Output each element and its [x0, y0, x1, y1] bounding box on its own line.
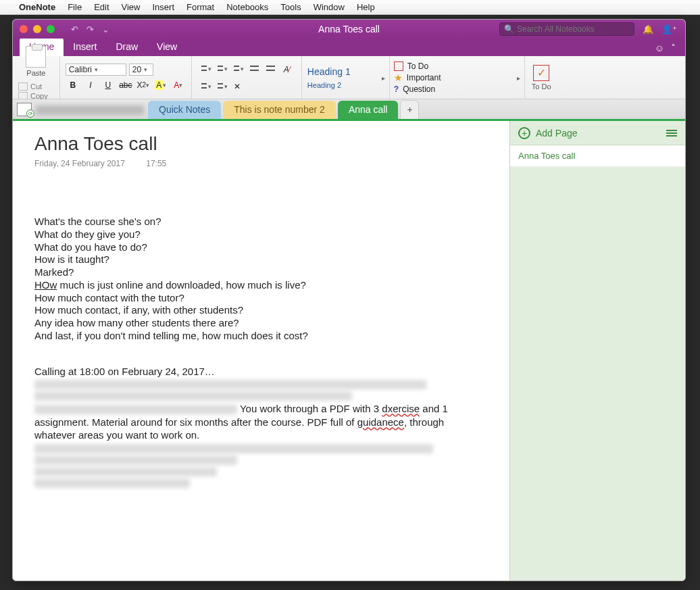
body-line: Any idea how many other students there a… [34, 317, 488, 330]
body-line: What's the course she's on? [34, 216, 488, 228]
tab-view[interactable]: View [147, 38, 186, 56]
add-page-label: Add Page [536, 128, 578, 139]
tab-draw[interactable]: Draw [106, 38, 147, 56]
ribbon-tabs: Home Insert Draw View ☺ ˄ [13, 39, 685, 56]
redo-button[interactable]: ↷ [86, 24, 94, 34]
page-list-view-icon[interactable] [666, 130, 677, 137]
menu-notebooks[interactable]: Notebooks [226, 2, 268, 12]
subscript-button[interactable]: X2▾ [136, 78, 151, 92]
page-title[interactable]: Anna Toes call [34, 133, 488, 155]
style-heading1[interactable]: Heading 1 [307, 64, 384, 79]
decrease-indent-button[interactable] [246, 62, 261, 76]
numbering-button[interactable]: ▾ [214, 62, 228, 76]
menu-tools[interactable]: Tools [280, 2, 301, 12]
collapse-ribbon-button[interactable]: ˄ [671, 43, 676, 53]
cut-button[interactable]: Cut [18, 82, 54, 91]
notebook-picker[interactable]: ⟳ [17, 103, 32, 116]
share-icon[interactable]: 👤⁺ [661, 24, 677, 34]
copy-icon [18, 92, 28, 100]
bullets-button[interactable]: ▾ [197, 62, 212, 76]
redacted-text [34, 391, 352, 401]
customize-qat-button[interactable]: ⌄ [102, 24, 109, 34]
search-notebooks[interactable]: 🔍 [499, 22, 634, 36]
menu-format[interactable]: Format [186, 2, 214, 12]
menu-edit[interactable]: Edit [94, 2, 109, 12]
star-icon: ★ [394, 72, 403, 83]
app-menu[interactable]: OneNote [19, 2, 55, 12]
redacted-text [34, 478, 190, 488]
notifications-icon[interactable]: 🔔 [643, 24, 653, 34]
outline-icon [230, 64, 241, 74]
search-input[interactable] [517, 24, 630, 34]
style-heading2[interactable]: Heading 2 [307, 79, 384, 91]
menu-help[interactable]: Help [357, 2, 375, 12]
increase-indent-button[interactable] [262, 62, 277, 76]
todo-checkbox-icon: ✓ [533, 65, 549, 81]
redacted-text [34, 380, 426, 389]
body-line: How much contact, if any, with other stu… [34, 304, 488, 317]
page-list-item[interactable]: Anna Toes call [510, 145, 685, 167]
spacing-button[interactable]: ▾ [214, 80, 228, 93]
paste-label: Paste [26, 69, 45, 77]
tags-expand-icon[interactable]: ▸ [517, 74, 520, 81]
minimize-window-button[interactable] [33, 25, 41, 33]
tag-question[interactable]: ?Question [394, 84, 520, 94]
section-tab-anna-call[interactable]: Anna call [338, 101, 399, 119]
note-body[interactable]: What's the course she's on? What do they… [34, 216, 488, 488]
font-color-button[interactable]: A▾ [171, 78, 186, 92]
menu-view[interactable]: View [122, 2, 141, 12]
body-line: How is it taught? [34, 253, 488, 266]
body-line: HOw much is just online and downloaded, … [34, 279, 488, 292]
emoji-button[interactable]: ☺ [655, 43, 664, 53]
scissors-icon [18, 82, 28, 91]
number-list-icon [214, 64, 224, 74]
section-tab-note-2[interactable]: This is note number 2 [223, 101, 336, 119]
delete-button[interactable]: ✕ [230, 80, 245, 93]
copy-button[interactable]: Copy [18, 92, 54, 100]
tags-gallery[interactable]: To Do ★Important ?Question ▸ [390, 56, 525, 99]
sync-icon: ⟳ [26, 109, 34, 118]
add-page-button[interactable]: + Add Page [510, 121, 685, 145]
redacted-text [34, 456, 237, 465]
notebook-name[interactable] [36, 105, 144, 115]
checkbox-icon [394, 62, 403, 71]
indent-icon [263, 64, 276, 74]
ribbon: Paste Cut Copy Format Calibri▾ 20▾ B I U… [13, 56, 685, 99]
zoom-window-button[interactable] [47, 25, 55, 33]
tag-important[interactable]: ★Important [394, 72, 520, 83]
align-icon [198, 81, 208, 92]
italic-button[interactable]: I [83, 78, 98, 92]
underline-button[interactable]: U [101, 78, 116, 92]
align-button[interactable]: ▾ [197, 80, 212, 93]
note-canvas[interactable]: Anna Toes call Friday, 24 February 2017 … [13, 121, 509, 581]
todo-button[interactable]: ✓ To Do [525, 56, 558, 99]
font-size-value: 20 [132, 65, 141, 74]
paste-button[interactable]: Paste [26, 46, 46, 77]
add-section-button[interactable]: + [400, 100, 419, 119]
styles-gallery[interactable]: Heading 1 Heading 2 ▸ [302, 56, 390, 99]
redacted-text [34, 444, 433, 453]
delete-x-icon: ✕ [234, 82, 241, 91]
highlight-button[interactable]: A▾ [153, 78, 168, 92]
menu-insert[interactable]: Insert [152, 2, 174, 12]
question-icon: ? [394, 84, 399, 94]
clear-formatting-button[interactable]: A⁄ [278, 62, 296, 77]
tag-todo[interactable]: To Do [394, 62, 520, 71]
outline-button[interactable]: ▾ [230, 62, 245, 76]
onenote-window: ↶ ↷ ⌄ Anna Toes call 🔍 🔔 👤⁺ Home Insert … [12, 19, 686, 581]
window-titlebar: ↶ ↷ ⌄ Anna Toes call 🔍 🔔 👤⁺ [13, 20, 685, 39]
body-line: What do they give you? [34, 228, 488, 241]
tab-insert[interactable]: Insert [64, 38, 106, 56]
undo-button[interactable]: ↶ [71, 24, 78, 34]
bold-button[interactable]: B [66, 78, 80, 92]
section-tab-quick-notes[interactable]: Quick Notes [148, 101, 221, 119]
styles-expand-icon[interactable]: ▸ [382, 74, 385, 81]
menu-file[interactable]: File [68, 2, 82, 12]
font-name-combo[interactable]: Calibri▾ [66, 64, 126, 76]
menu-window[interactable]: Window [314, 2, 345, 12]
cut-label: Cut [30, 82, 42, 91]
close-window-button[interactable] [20, 25, 28, 33]
clipboard-icon [26, 46, 46, 68]
font-size-combo[interactable]: 20▾ [129, 64, 153, 76]
strikethrough-button[interactable]: abc [118, 78, 133, 92]
